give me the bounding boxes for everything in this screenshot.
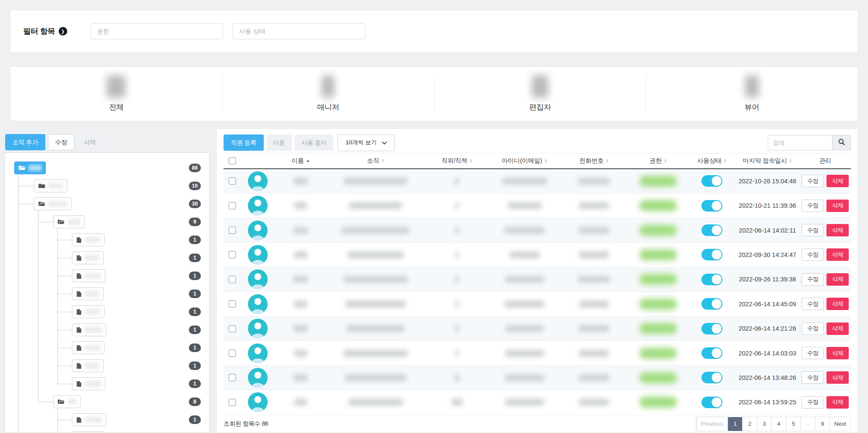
pagination-item[interactable]: 9 — [815, 417, 829, 431]
pagination-item[interactable]: 5 — [786, 417, 800, 431]
delete-button[interactable]: 삭제 — [826, 273, 849, 286]
tree-node[interactable] — [34, 197, 72, 210]
edit-button[interactable]: 수정 — [802, 371, 824, 384]
edit-button[interactable]: 수정 — [802, 248, 824, 261]
pagination-item[interactable]: 3 — [757, 417, 771, 431]
select-all-checkbox[interactable] — [224, 157, 241, 164]
edit-button[interactable]: 수정 — [802, 224, 824, 236]
org-edit-button[interactable]: 수정 — [48, 134, 75, 150]
column-header[interactable]: 아이디(이메일)▲▼ — [489, 157, 560, 165]
row-checkbox[interactable] — [229, 349, 236, 357]
tree-node[interactable] — [72, 287, 104, 300]
suspend-button[interactable]: 사용 중지 — [295, 134, 334, 151]
status-toggle[interactable] — [701, 323, 722, 334]
status-toggle[interactable] — [701, 397, 722, 408]
edit-button[interactable]: 수정 — [802, 200, 824, 212]
delete-button[interactable]: 삭제 — [826, 248, 849, 261]
row-checkbox[interactable] — [229, 399, 236, 406]
status-toggle[interactable] — [701, 372, 722, 383]
tree-node[interactable] — [72, 323, 106, 336]
row-checkbox[interactable] — [229, 251, 236, 258]
status-cell — [688, 200, 735, 212]
delete-button[interactable]: 삭제 — [826, 371, 849, 384]
column-header-label: 관리 — [819, 157, 831, 165]
tree-node[interactable] — [72, 359, 104, 372]
edit-button[interactable]: 수정 — [802, 396, 824, 409]
delete-button[interactable]: 삭제 — [826, 224, 849, 236]
status-toggle[interactable] — [701, 347, 722, 359]
status-toggle[interactable] — [701, 298, 722, 310]
edit-button[interactable]: 수정 — [802, 323, 824, 335]
last-access-datetime: 2022-06-14 14:03:03 — [739, 350, 796, 357]
tree-node[interactable] — [72, 377, 105, 390]
delete-button[interactable]: 삭제 — [826, 298, 849, 310]
pagination-item[interactable]: Previous — [696, 417, 728, 431]
tree-node[interactable] — [72, 269, 105, 282]
row-checkbox[interactable] — [229, 177, 236, 185]
tree-node[interactable] — [14, 161, 46, 174]
column-header[interactable]: 전화번호▲▼ — [560, 157, 628, 165]
search-button[interactable] — [832, 135, 851, 150]
move-button[interactable]: 이동 — [266, 134, 292, 151]
tree-connector — [38, 222, 53, 222]
arrow-circle-right-icon[interactable]: ❯ — [59, 27, 67, 36]
status-toggle[interactable] — [701, 200, 722, 212]
checkbox[interactable] — [229, 157, 236, 164]
row-checkbox[interactable] — [229, 276, 236, 283]
tree-node[interactable] — [72, 305, 104, 318]
pagination-item[interactable]: 1 — [728, 417, 742, 431]
column-header-label: 직위/직책 — [441, 157, 468, 165]
column-header[interactable]: 권한▲▼ — [628, 157, 688, 165]
tree-node[interactable] — [72, 431, 104, 433]
tree-node-label-blurred — [29, 165, 42, 171]
column-header[interactable]: 직위/직책▲▼ — [425, 157, 489, 165]
page-size-select[interactable]: 10개씩 보기 — [337, 134, 395, 151]
pagination-item[interactable]: 4 — [771, 417, 786, 431]
tree-node[interactable] — [72, 341, 104, 354]
column-header-label: 마지막 접속일시 — [743, 157, 787, 165]
row-checkbox[interactable] — [229, 227, 236, 234]
tree-node[interactable] — [72, 233, 104, 246]
row-select-cell — [224, 325, 241, 332]
avatar — [248, 196, 268, 215]
filter-status-input[interactable] — [233, 23, 365, 39]
phone-blurred — [579, 350, 609, 357]
delete-button[interactable]: 삭제 — [826, 323, 849, 335]
column-header[interactable]: 조직▲▼ — [326, 157, 425, 165]
delete-button[interactable]: 삭제 — [826, 175, 849, 187]
column-header[interactable]: 이름▲ — [275, 157, 326, 165]
tree-node[interactable] — [53, 215, 85, 228]
tree-node[interactable] — [34, 179, 67, 192]
row-checkbox[interactable] — [229, 202, 236, 209]
org-delete-button[interactable]: 삭제 — [77, 134, 103, 150]
register-employee-button[interactable]: 직원 등록 — [224, 134, 264, 151]
org-cell — [326, 178, 425, 185]
filter-permission-input[interactable] — [90, 23, 223, 39]
delete-button[interactable]: 삭제 — [826, 396, 849, 409]
edit-button[interactable]: 수정 — [802, 273, 824, 286]
pagination-item[interactable]: 2 — [742, 417, 757, 431]
delete-button[interactable]: 삭제 — [826, 200, 849, 212]
status-toggle[interactable] — [701, 175, 722, 187]
row-checkbox[interactable] — [229, 374, 236, 381]
pagination-item[interactable]: ... — [800, 417, 815, 431]
edit-button[interactable]: 수정 — [802, 175, 824, 187]
edit-button[interactable]: 수정 — [802, 347, 824, 359]
last-access-datetime: 2022-09-26 11:39:38 — [739, 276, 796, 283]
delete-button[interactable]: 삭제 — [826, 347, 849, 359]
column-header[interactable]: 사용상태▲▼ — [688, 157, 735, 165]
document-icon — [76, 381, 82, 387]
edit-button[interactable]: 수정 — [802, 298, 824, 310]
tree-node[interactable] — [72, 413, 106, 426]
row-checkbox[interactable] — [229, 325, 236, 332]
column-header[interactable]: 마지막 접속일시▲▼ — [735, 157, 799, 165]
org-add-button[interactable]: 조직 추가 — [5, 134, 45, 150]
status-toggle[interactable] — [701, 249, 722, 260]
pagination-item[interactable]: Next — [829, 417, 850, 431]
status-toggle[interactable] — [701, 224, 722, 236]
row-checkbox[interactable] — [229, 300, 236, 308]
status-toggle[interactable] — [701, 274, 722, 285]
search-input[interactable] — [768, 135, 832, 150]
tree-node[interactable] — [72, 251, 104, 264]
tree-node[interactable] — [53, 395, 81, 408]
